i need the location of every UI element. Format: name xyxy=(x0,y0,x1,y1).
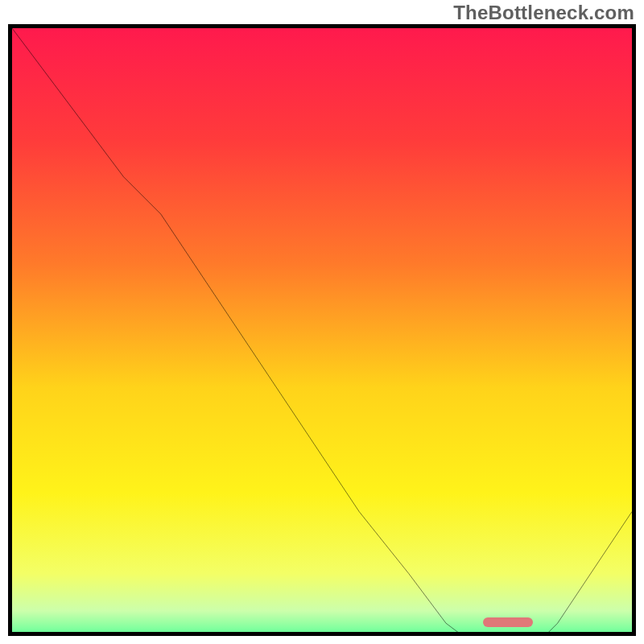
curve-layer xyxy=(12,28,632,636)
highlight-marker xyxy=(483,617,533,627)
bottleneck-curve-path xyxy=(12,28,632,636)
chart-frame: TheBottleneck.com xyxy=(0,0,644,644)
plot-area xyxy=(8,24,636,636)
watermark-text: TheBottleneck.com xyxy=(453,2,634,24)
